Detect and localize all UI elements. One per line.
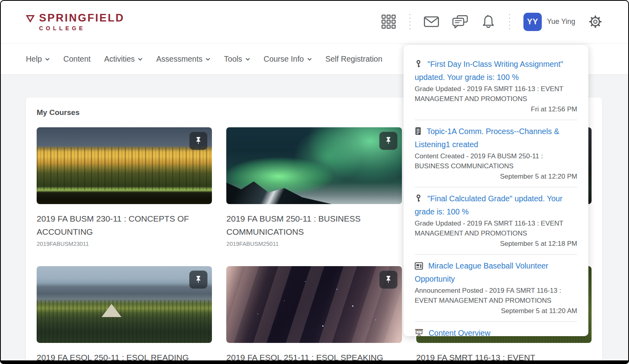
nav-item-self-registration[interactable]: Self Registration — [325, 55, 382, 64]
notification-time: September 5 at 12:18 PM — [415, 239, 577, 249]
notification-link[interactable]: "Final Calculated Grade" updated. Your g… — [415, 194, 562, 216]
pin-icon — [384, 275, 393, 284]
chat-bubbles-icon — [452, 15, 468, 29]
notifications-button[interactable] — [481, 14, 496, 29]
course-card: 2019 FA BUSM 230-11 : CONCEPTS OF ACCOUN… — [37, 127, 212, 247]
notification-item: Miracle League Baseball Volunteer Opport… — [415, 255, 577, 322]
course-card: 2019 FA ESOL 251-11 : ESOL SPEAKING — [226, 266, 402, 364]
nav-item-activities[interactable]: Activities — [104, 55, 143, 64]
nav-item-help[interactable]: Help — [26, 55, 50, 64]
chevron-down-icon — [206, 58, 210, 61]
course-image[interactable] — [226, 127, 402, 204]
course-image[interactable] — [226, 266, 402, 343]
pin-icon — [194, 275, 203, 284]
notification-time: September 5 at 11:20 AM — [415, 306, 577, 316]
notification-item: Topic-1A Comm. Process--Channels & Liste… — [415, 120, 577, 187]
header-actions: YY Yue Ying — [381, 13, 602, 31]
notification-subtitle: Announcement Posted - 2019 FA SMRT 116-1… — [415, 286, 577, 306]
content-document-icon — [415, 127, 421, 138]
logo-triangle-icon — [26, 15, 35, 23]
chevron-down-icon — [138, 58, 143, 61]
notification-item: "Final Calculated Grade" updated. Your g… — [415, 187, 577, 255]
nav-item-assessments[interactable]: Assessments — [156, 55, 210, 64]
notification-link[interactable]: Content Overview — [429, 329, 490, 336]
pin-icon — [194, 136, 203, 145]
nav-item-content[interactable]: Content — [63, 55, 90, 64]
content-overview-screen-icon — [415, 328, 423, 336]
notification-time: Fri at 12:56 PM — [415, 104, 577, 114]
chat-button[interactable] — [452, 15, 468, 29]
app-launcher-grid-icon — [381, 14, 396, 29]
course-image[interactable] — [37, 127, 212, 204]
springfield-college-logo[interactable]: SPRINGFIELD COLLEGE — [26, 12, 125, 31]
notification-time: September 5 at 12:20 PM — [415, 171, 577, 181]
user-menu-button[interactable]: YY Yue Ying — [523, 13, 575, 31]
logo-text-line2: COLLEGE — [39, 25, 125, 31]
notification-link[interactable]: Topic-1A Comm. Process--Channels & Liste… — [415, 127, 559, 149]
pin-button[interactable] — [189, 132, 208, 150]
email-envelope-icon — [424, 16, 439, 27]
pin-icon — [384, 136, 393, 145]
grade-key-icon — [415, 59, 422, 71]
grade-key-icon — [415, 194, 422, 206]
course-card: 2019 FA ESOL 250-11 : ESOL READING — [37, 266, 212, 364]
nav-item-tools[interactable]: Tools — [224, 55, 250, 64]
user-name: Yue Ying — [547, 18, 575, 26]
header-separator — [509, 13, 510, 31]
chevron-down-icon — [307, 58, 312, 61]
notifications-bell-icon — [481, 14, 496, 29]
course-code: 2019FABUSM25011 — [226, 241, 402, 247]
nav-item-course-info[interactable]: Course Info — [264, 55, 312, 64]
notification-link[interactable]: Miracle League Baseball Volunteer Opport… — [415, 261, 548, 283]
user-avatar: YY — [523, 13, 542, 31]
course-card: 2019 FA BUSM 250-11 : BUSINESS COMMUNICA… — [226, 127, 402, 247]
course-title[interactable]: 2019 FA BUSM 230-11 : CONCEPTS OF ACCOUN… — [37, 212, 212, 238]
chevron-down-icon — [45, 58, 50, 61]
notification-subtitle: Grade Updated - 2019 FA SMRT 116-13 : EV… — [415, 84, 577, 104]
settings-button[interactable] — [588, 15, 602, 29]
notification-item: Content Overview Content Overview Update… — [415, 322, 577, 336]
logo-text-line1: SPRINGFIELD — [39, 12, 125, 23]
chevron-down-icon — [245, 58, 250, 61]
course-title[interactable]: 2019 FA BUSM 250-11 : BUSINESS COMMUNICA… — [226, 212, 402, 238]
pin-button[interactable] — [189, 271, 208, 289]
notification-subtitle: Grade Updated - 2019 FA SMRT 116-13 : EV… — [415, 218, 577, 238]
notifications-popover: "First Day In-Class Writing Assignment" … — [404, 45, 588, 336]
screen: SPRINGFIELD COLLEGE — [0, 0, 629, 364]
email-button[interactable] — [424, 16, 439, 27]
app-launcher-button[interactable] — [381, 14, 396, 29]
notification-item: "First Day In-Class Writing Assignment" … — [415, 53, 577, 120]
course-image[interactable] — [37, 266, 212, 343]
pin-button[interactable] — [379, 132, 398, 150]
header-separator — [409, 13, 411, 31]
window-frame-bottom — [0, 360, 629, 364]
pin-button[interactable] — [379, 271, 398, 289]
app-header: SPRINGFIELD COLLEGE — [0, 0, 629, 44]
course-code: 2019FABUSM23011 — [37, 241, 212, 247]
settings-gear-icon — [588, 15, 602, 29]
notification-subtitle: Content Created - 2019 FA BUSM 250-11 : … — [415, 151, 577, 171]
announcement-newspaper-icon — [415, 261, 423, 273]
notification-link[interactable]: "First Day In-Class Writing Assignment" … — [415, 60, 563, 82]
